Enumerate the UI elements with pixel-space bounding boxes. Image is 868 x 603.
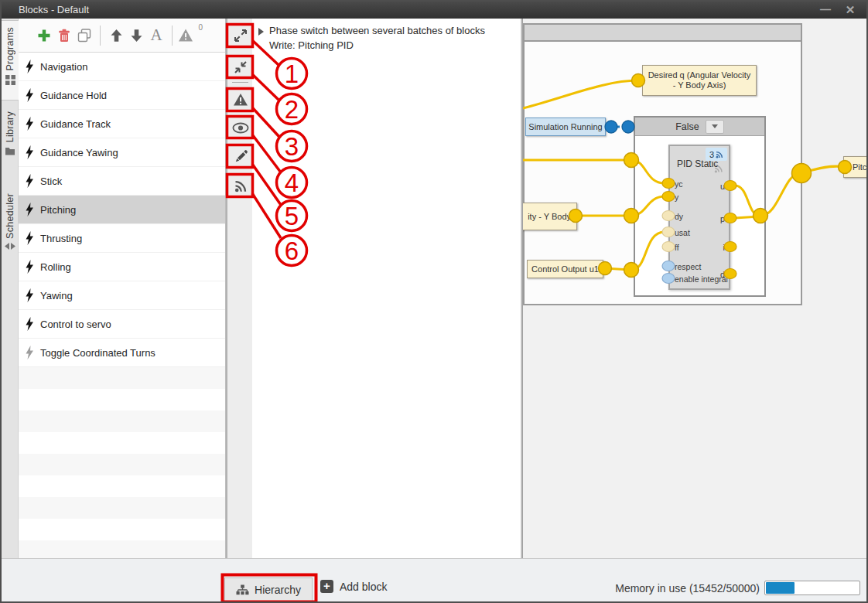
memory-label: Memory in use (15452/50000) bbox=[615, 582, 760, 594]
grid-icon bbox=[5, 75, 15, 85]
signals-button[interactable] bbox=[230, 175, 251, 196]
add-block-button[interactable]: + Add block bbox=[320, 580, 387, 593]
program-row[interactable]: Guidance Hold bbox=[19, 81, 225, 110]
lightning-icon bbox=[25, 288, 34, 302]
pid-output-label: p bbox=[720, 214, 725, 223]
add-block-label: Add block bbox=[340, 581, 387, 593]
warnings-button[interactable]: 0 bbox=[178, 25, 203, 46]
window-title: Blocks - Default bbox=[19, 4, 89, 15]
rename-button[interactable]: A bbox=[146, 25, 166, 46]
program-row-disabled[interactable]: Toggle Coordinated Turns bbox=[19, 339, 225, 367]
switch-dropdown-button[interactable] bbox=[706, 120, 724, 134]
pencil-icon bbox=[234, 149, 248, 164]
rail-tab-label: Programs bbox=[5, 27, 15, 71]
collapse-all-button[interactable] bbox=[230, 57, 251, 77]
blocks-window: Blocks - Default — ✕ Programs Library Sc… bbox=[0, 0, 868, 603]
program-row[interactable]: Guidance Yawing bbox=[19, 138, 225, 167]
empty-rows bbox=[19, 367, 225, 575]
program-row[interactable]: Rolling bbox=[19, 253, 225, 281]
expand-icon bbox=[233, 28, 248, 43]
program-row[interactable]: Stick bbox=[19, 167, 225, 196]
toolbar-separator bbox=[172, 26, 173, 46]
eye-icon bbox=[232, 122, 249, 134]
program-row[interactable]: Yawing bbox=[19, 281, 225, 310]
lightning-icon bbox=[25, 317, 34, 331]
tool-column bbox=[226, 19, 252, 575]
add-program-button[interactable] bbox=[34, 25, 54, 46]
plus-icon: + bbox=[320, 580, 333, 593]
warning-icon bbox=[233, 93, 248, 107]
program-row[interactable]: Guidance Track bbox=[19, 110, 225, 138]
pid-input-label: respect bbox=[675, 262, 701, 271]
rail-tab-label: Library bbox=[5, 111, 15, 142]
program-row-selected[interactable]: Pitching bbox=[19, 196, 225, 224]
disclosure-triangle-icon[interactable] bbox=[258, 28, 264, 36]
lightning-icon bbox=[25, 174, 34, 188]
delete-program-button[interactable] bbox=[54, 25, 74, 46]
letter-a-icon: A bbox=[150, 27, 162, 43]
lightning-icon bbox=[25, 260, 34, 274]
chevron-down-icon bbox=[712, 124, 718, 128]
folder-icon bbox=[5, 146, 15, 155]
lightning-icon bbox=[25, 231, 34, 245]
node-label: Pitch bbox=[853, 162, 868, 172]
side-rail: Programs Library Scheduler bbox=[2, 19, 19, 575]
program-label: Navigation bbox=[40, 61, 87, 73]
close-button[interactable]: ✕ bbox=[840, 2, 860, 18]
left-right-arrows-icon bbox=[5, 243, 15, 250]
program-label: Guidance Yawing bbox=[40, 147, 118, 158]
move-up-button[interactable] bbox=[106, 25, 126, 46]
duplicate-program-button[interactable] bbox=[74, 25, 94, 46]
pid-input-label: dy bbox=[675, 212, 683, 221]
show-warnings-button[interactable] bbox=[230, 90, 251, 110]
pid-output-label: d bbox=[720, 270, 725, 279]
program-label: Pitching bbox=[40, 204, 76, 216]
edit-button[interactable] bbox=[230, 146, 251, 166]
program-label: Guidance Hold bbox=[40, 90, 107, 101]
expand-all-button[interactable] bbox=[230, 26, 251, 46]
program-row[interactable]: Navigation bbox=[19, 53, 225, 81]
program-list-panel: A 0 Navigation Guidance Hold Guidance Tr… bbox=[19, 19, 226, 575]
program-label: Stick bbox=[40, 175, 62, 187]
rail-tab-library[interactable]: Library bbox=[2, 105, 19, 182]
title-bar: Blocks - Default — ✕ bbox=[2, 2, 866, 19]
node-label: Control Output u1 bbox=[531, 264, 599, 274]
pid-input-label: ff bbox=[675, 243, 679, 252]
node-label: Desired q (Angular Velocity - Y Body Axi… bbox=[648, 70, 751, 90]
program-label: Yawing bbox=[40, 290, 73, 302]
node-velocity-y-body[interactable]: ity - Y Body bbox=[521, 203, 577, 230]
pid-input-label: usat bbox=[675, 228, 690, 237]
hierarchy-label: Hierarchy bbox=[255, 584, 301, 596]
warning-count-badge: 0 bbox=[198, 23, 203, 32]
lightning-icon bbox=[25, 117, 34, 131]
hierarchy-icon bbox=[236, 584, 249, 596]
minimize-button[interactable]: — bbox=[815, 2, 836, 18]
program-label: Thrusting bbox=[40, 233, 82, 244]
phase-container-header[interactable] bbox=[525, 25, 801, 42]
lightning-icon bbox=[25, 203, 34, 216]
program-row[interactable]: Control to servo bbox=[19, 310, 225, 339]
rss-icon bbox=[234, 179, 248, 193]
memory-progress-fill bbox=[766, 582, 795, 594]
hierarchy-button[interactable]: Hierarchy bbox=[224, 577, 313, 602]
switch-header: False bbox=[635, 118, 764, 136]
rail-tab-programs[interactable]: Programs bbox=[2, 20, 19, 100]
move-down-button[interactable] bbox=[126, 25, 146, 46]
node-label: ity - Y Body bbox=[528, 212, 571, 222]
toolbar-separator bbox=[100, 26, 101, 46]
pid-signal-badge[interactable]: 3 bbox=[706, 148, 727, 161]
program-row[interactable]: Thrusting bbox=[19, 224, 225, 253]
description-panel: Phase switch between several batches of … bbox=[252, 19, 520, 575]
graph-canvas[interactable]: False PID Static 3 yc y dy usat ff respe… bbox=[521, 19, 868, 575]
node-pitch[interactable]: Pitch bbox=[843, 156, 868, 178]
program-label: Control to servo bbox=[40, 319, 111, 330]
node-desired-q[interactable]: Desired q (Angular Velocity - Y Body Axi… bbox=[642, 65, 757, 96]
lightning-icon-disabled bbox=[25, 346, 34, 359]
node-control-output-u1[interactable]: Control Output u1 bbox=[527, 260, 603, 278]
node-simulation-running[interactable]: Simulation Running bbox=[525, 118, 606, 136]
pid-static-block[interactable]: PID Static 3 yc y dy usat ff respect ena… bbox=[668, 145, 730, 290]
rss-icon bbox=[714, 164, 723, 173]
rail-tab-scheduler[interactable]: Scheduler bbox=[2, 187, 19, 280]
visibility-button[interactable] bbox=[230, 118, 251, 138]
memory-indicator: Memory in use (15452/50000) bbox=[615, 581, 860, 595]
